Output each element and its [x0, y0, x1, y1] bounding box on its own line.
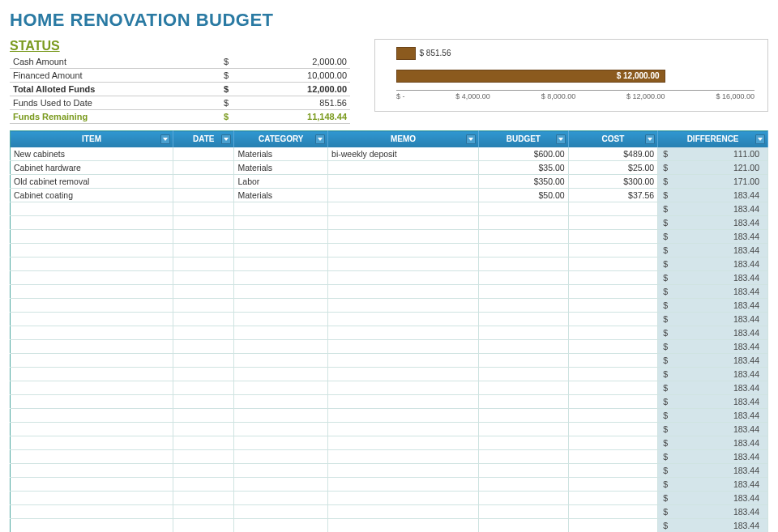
- cell-item[interactable]: [11, 519, 173, 533]
- table-row[interactable]: $183.44: [11, 478, 768, 492]
- cell-budget[interactable]: [479, 299, 569, 313]
- cell-date[interactable]: [173, 354, 234, 368]
- cell-budget[interactable]: [479, 230, 569, 244]
- cell-budget[interactable]: [479, 354, 569, 368]
- cell-memo[interactable]: [328, 368, 479, 381]
- cell-cost[interactable]: [568, 230, 658, 244]
- cell-category[interactable]: [234, 326, 328, 340]
- cell-budget[interactable]: [479, 368, 569, 381]
- cell-date[interactable]: [173, 189, 234, 202]
- column-header[interactable]: BUDGET: [479, 131, 569, 147]
- cell-category[interactable]: [234, 464, 328, 478]
- cell-budget[interactable]: [479, 216, 569, 230]
- cell-memo[interactable]: [328, 216, 479, 230]
- cell-date[interactable]: [173, 313, 234, 326]
- cell-item[interactable]: [11, 313, 173, 326]
- filter-icon[interactable]: [160, 134, 170, 144]
- cell-budget[interactable]: [479, 395, 569, 409]
- table-row[interactable]: $183.44: [11, 326, 768, 340]
- cell-category[interactable]: [234, 244, 328, 257]
- cell-date[interactable]: [173, 381, 234, 395]
- cell-budget[interactable]: [479, 450, 569, 464]
- cell-cost[interactable]: [568, 436, 658, 450]
- cell-cost[interactable]: $489.00: [568, 147, 658, 161]
- cell-category[interactable]: [234, 492, 328, 505]
- cell-budget[interactable]: [479, 464, 569, 478]
- cell-date[interactable]: [173, 216, 234, 230]
- cell-memo[interactable]: [328, 202, 479, 216]
- cell-budget[interactable]: [479, 478, 569, 492]
- cell-date[interactable]: [173, 230, 234, 244]
- cell-budget[interactable]: $350.00: [479, 175, 569, 189]
- table-row[interactable]: New cabinetsMaterialsbi-weekly deposit$6…: [11, 147, 768, 161]
- cell-memo[interactable]: [328, 436, 479, 450]
- cell-item[interactable]: [11, 354, 173, 368]
- cell-item[interactable]: [11, 478, 173, 492]
- cell-date[interactable]: [173, 299, 234, 313]
- table-row[interactable]: $183.44: [11, 368, 768, 381]
- table-row[interactable]: $183.44: [11, 423, 768, 436]
- cell-memo[interactable]: [328, 271, 479, 285]
- cell-memo[interactable]: bi-weekly deposit: [328, 147, 479, 161]
- cell-cost[interactable]: [568, 464, 658, 478]
- cell-item[interactable]: [11, 450, 173, 464]
- table-row[interactable]: $183.44: [11, 409, 768, 423]
- cell-date[interactable]: [173, 519, 234, 533]
- table-row[interactable]: $183.44: [11, 395, 768, 409]
- cell-cost[interactable]: $25.00: [568, 161, 658, 175]
- cell-item[interactable]: [11, 299, 173, 313]
- cell-cost[interactable]: [568, 340, 658, 354]
- cell-memo[interactable]: [328, 492, 479, 505]
- cell-category[interactable]: [234, 436, 328, 450]
- cell-memo[interactable]: [328, 478, 479, 492]
- cell-memo[interactable]: [328, 505, 479, 519]
- cell-memo[interactable]: [328, 354, 479, 368]
- cell-memo[interactable]: [328, 230, 479, 244]
- cell-item[interactable]: Cabinet hardware: [11, 161, 173, 175]
- cell-category[interactable]: [234, 257, 328, 271]
- cell-cost[interactable]: $300.00: [568, 175, 658, 189]
- cell-budget[interactable]: [479, 381, 569, 395]
- cell-memo[interactable]: [328, 409, 479, 423]
- cell-date[interactable]: [173, 340, 234, 354]
- cell-category[interactable]: [234, 340, 328, 354]
- table-row[interactable]: $183.44: [11, 299, 768, 313]
- cell-date[interactable]: [173, 285, 234, 299]
- cell-date[interactable]: [173, 368, 234, 381]
- cell-cost[interactable]: [568, 257, 658, 271]
- cell-item[interactable]: [11, 436, 173, 450]
- table-row[interactable]: $183.44: [11, 354, 768, 368]
- cell-item[interactable]: [11, 409, 173, 423]
- cell-date[interactable]: [173, 175, 234, 189]
- cell-cost[interactable]: [568, 492, 658, 505]
- column-header[interactable]: MEMO: [328, 131, 479, 147]
- table-row[interactable]: $183.44: [11, 313, 768, 326]
- cell-category[interactable]: [234, 368, 328, 381]
- cell-date[interactable]: [173, 161, 234, 175]
- cell-item[interactable]: [11, 326, 173, 340]
- cell-date[interactable]: [173, 505, 234, 519]
- cell-item[interactable]: [11, 464, 173, 478]
- cell-budget[interactable]: [479, 519, 569, 533]
- cell-item[interactable]: [11, 340, 173, 354]
- cell-date[interactable]: [173, 271, 234, 285]
- column-header[interactable]: DATE: [173, 131, 234, 147]
- column-header[interactable]: ITEM: [11, 131, 173, 147]
- cell-date[interactable]: [173, 450, 234, 464]
- cell-date[interactable]: [173, 478, 234, 492]
- filter-icon[interactable]: [556, 134, 566, 144]
- cell-cost[interactable]: [568, 409, 658, 423]
- cell-cost[interactable]: [568, 299, 658, 313]
- filter-icon[interactable]: [466, 134, 476, 144]
- cell-budget[interactable]: [479, 423, 569, 436]
- cell-category[interactable]: [234, 216, 328, 230]
- cell-cost[interactable]: [568, 354, 658, 368]
- cell-item[interactable]: [11, 271, 173, 285]
- cell-category[interactable]: [234, 450, 328, 464]
- cell-cost[interactable]: [568, 368, 658, 381]
- table-row[interactable]: $183.44: [11, 340, 768, 354]
- table-row[interactable]: $183.44: [11, 244, 768, 257]
- cell-category[interactable]: [234, 202, 328, 216]
- cell-date[interactable]: [173, 423, 234, 436]
- cell-memo[interactable]: [328, 519, 479, 533]
